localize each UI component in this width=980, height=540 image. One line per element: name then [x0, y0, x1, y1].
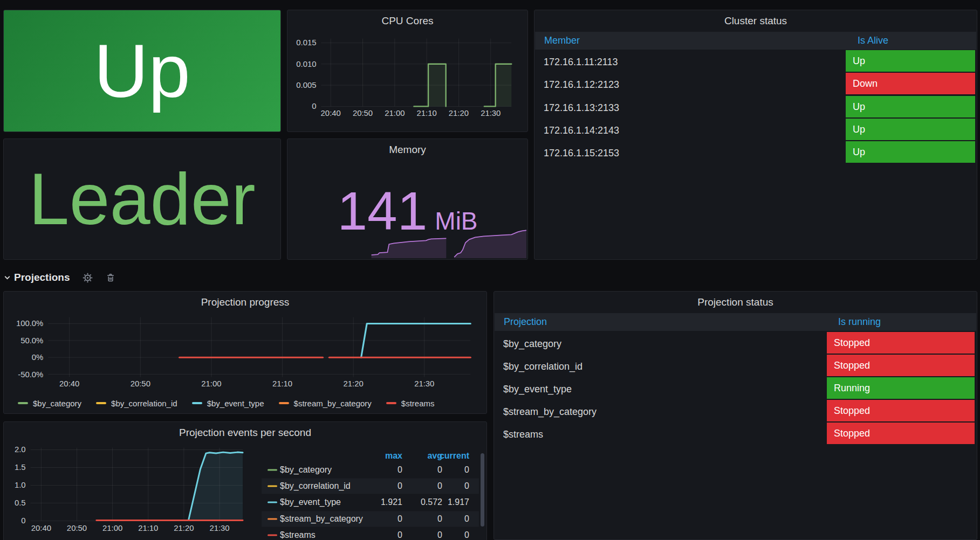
- panel-projection-events: Projection events per second 20:4020:502…: [3, 421, 487, 540]
- row-projections[interactable]: Projections: [3, 268, 115, 287]
- legend-label[interactable]: $streams: [401, 399, 435, 408]
- svg-text:0.015: 0.015: [296, 38, 316, 47]
- legend-item[interactable]: $stream_by_category: [279, 399, 372, 408]
- cluster-member-cell: 172.16.1.12:2123: [544, 79, 619, 91]
- svg-text:0: 0: [312, 102, 316, 110]
- column-header-member[interactable]: Member: [544, 32, 580, 50]
- column-header-is-alive[interactable]: Is Alive: [858, 32, 888, 50]
- svg-text:20:40: 20:40: [59, 379, 79, 388]
- legend-item[interactable]: $by_correlation_id: [96, 399, 177, 408]
- svg-text:1.5: 1.5: [15, 463, 26, 472]
- legend-series-label[interactable]: $by_category: [280, 465, 332, 475]
- status-projection-cell: $by_event_type: [503, 384, 572, 395]
- cluster-member-cell: 172.16.1.13:2133: [544, 102, 619, 113]
- svg-text:20:50: 20:50: [67, 524, 87, 532]
- memory-value: 141MiB: [287, 180, 527, 242]
- leader-status-value: Leader: [29, 163, 255, 236]
- cluster-alive-badge: Up: [846, 50, 975, 72]
- svg-text:0.5: 0.5: [15, 499, 26, 507]
- legend-value-current: 0: [421, 530, 469, 540]
- up-status-value: Up: [94, 33, 190, 109]
- legend-item[interactable]: $by_category: [18, 399, 81, 408]
- status-table-header: Projection Is running: [495, 313, 976, 331]
- svg-text:21:00: 21:00: [385, 109, 405, 117]
- panel-cluster-status: Cluster status Member Is Alive 172.16.1.…: [534, 10, 977, 260]
- legend-item[interactable]: $by_event_type: [192, 399, 264, 408]
- svg-text:21:10: 21:10: [417, 109, 437, 117]
- svg-text:20:40: 20:40: [321, 109, 341, 117]
- legend-series-label[interactable]: $by_event_type: [280, 497, 341, 507]
- panel-title-projection-progress[interactable]: Projection progress: [4, 292, 486, 313]
- legend-value-current: 1.917: [421, 497, 469, 507]
- legend-value-current: 0: [421, 481, 469, 491]
- cluster-alive-badge: Up: [846, 119, 975, 140]
- svg-text:0.005: 0.005: [296, 81, 316, 89]
- legend-color-dash-icon: [279, 402, 289, 404]
- status-projection-cell: $by_correlation_id: [503, 361, 582, 372]
- panel-title-projection-events[interactable]: Projection events per second: [4, 422, 486, 444]
- svg-text:20:50: 20:50: [353, 109, 373, 117]
- cluster-table-header: Member Is Alive: [535, 32, 976, 50]
- panel-leader-status: Leader: [3, 139, 281, 260]
- chevron-down-icon: [3, 274, 11, 282]
- svg-text:20:40: 20:40: [31, 524, 51, 532]
- svg-text:21:10: 21:10: [272, 379, 292, 388]
- panel-title-projection-status[interactable]: Projection status: [494, 292, 977, 313]
- legend-color-dash-icon: [192, 402, 202, 404]
- cluster-member-cell: 172.16.1.11:2113: [544, 57, 618, 68]
- panel-title-cpu-cores[interactable]: CPU Cores: [287, 10, 527, 32]
- legend-series-label[interactable]: $by_correlation_id: [280, 481, 351, 491]
- gear-icon[interactable]: [83, 273, 93, 283]
- svg-text:0.010: 0.010: [296, 60, 316, 68]
- panel-projection-status: Projection status Projection Is running …: [494, 291, 977, 540]
- status-projection-cell: $by_category: [503, 338, 561, 350]
- svg-text:2.0: 2.0: [15, 445, 26, 454]
- legend-scrollbar[interactable]: [481, 453, 484, 527]
- legend-series-label[interactable]: $stream_by_category: [280, 514, 363, 524]
- legend-label[interactable]: $stream_by_category: [294, 399, 372, 408]
- svg-text:21:30: 21:30: [414, 379, 434, 388]
- legend-color-dash-icon: [96, 402, 106, 404]
- status-projection-cell: $stream_by_category: [503, 406, 597, 418]
- panel-memory: Memory 141MiB: [287, 139, 528, 260]
- trash-icon[interactable]: [106, 273, 115, 282]
- legend-color-dash-icon: [18, 402, 28, 404]
- cluster-member-cell: 172.16.1.14:2143: [544, 124, 619, 136]
- svg-text:21:20: 21:20: [449, 109, 469, 117]
- memory-value-number: 141: [337, 181, 427, 241]
- legend-column-header-current[interactable]: current: [421, 451, 469, 461]
- svg-text:21:30: 21:30: [209, 524, 229, 532]
- column-header-is-running[interactable]: Is running: [838, 313, 881, 331]
- legend-value-current: 0: [421, 514, 469, 524]
- status-running-badge: Stopped: [827, 400, 975, 421]
- legend-label[interactable]: $by_category: [33, 399, 81, 408]
- status-running-badge: Stopped: [827, 423, 975, 444]
- status-projection-cell: $streams: [503, 429, 543, 440]
- svg-text:21:20: 21:20: [174, 524, 194, 532]
- projection-progress-legend: $by_category$by_correlation_id$by_event_…: [18, 396, 435, 410]
- legend-color-dash-icon: [386, 402, 396, 404]
- svg-text:50.0%: 50.0%: [20, 336, 43, 345]
- panel-cpu-cores: CPU Cores 20:4020:5021:0021:1021:2021:30…: [287, 10, 528, 132]
- legend-item[interactable]: $streams: [386, 399, 435, 408]
- legend-label[interactable]: $by_correlation_id: [111, 399, 177, 408]
- cluster-member-cell: 172.16.1.15:2153: [544, 148, 619, 159]
- legend-color-dash-icon: [268, 534, 277, 536]
- panel-title-cluster-status[interactable]: Cluster status: [534, 10, 977, 32]
- legend-color-dash-icon: [268, 518, 277, 520]
- legend-value-current: 0: [421, 465, 469, 475]
- svg-text:20:50: 20:50: [131, 379, 150, 388]
- svg-text:0: 0: [21, 516, 25, 525]
- grafana-dashboard: Up Leader CPU Cores 20:4020:5021:0021:10…: [0, 0, 980, 540]
- panel-projection-progress: Projection progress 20:4020:5021:0021:10…: [3, 291, 487, 414]
- column-header-projection[interactable]: Projection: [504, 313, 547, 331]
- projections-row-label[interactable]: Projections: [14, 272, 70, 283]
- panel-title-memory[interactable]: Memory: [287, 139, 527, 161]
- svg-text:21:00: 21:00: [201, 379, 221, 388]
- legend-series-label[interactable]: $streams: [280, 530, 316, 540]
- svg-text:21:10: 21:10: [138, 524, 158, 532]
- status-running-badge: Running: [827, 377, 975, 399]
- svg-text:-50.0%: -50.0%: [18, 370, 43, 379]
- legend-label[interactable]: $by_event_type: [207, 399, 264, 408]
- memory-value-unit: MiB: [435, 207, 477, 235]
